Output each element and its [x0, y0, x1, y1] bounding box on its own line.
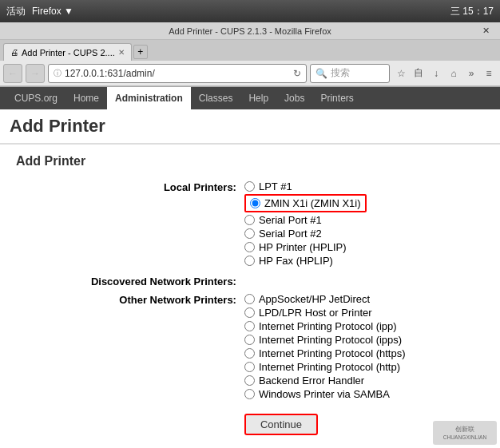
radio-https-label: Internet Printing Protocol (https): [259, 347, 406, 359]
back-button[interactable]: ←: [3, 64, 22, 83]
taskbar-time: 三 15：17: [450, 5, 494, 18]
radio-https[interactable]: Internet Printing Protocol (https): [244, 347, 484, 360]
radio-hpfax-label: HP Fax (HPLIP): [259, 255, 333, 267]
radio-lpd-label: LPD/LPR Host or Printer: [259, 307, 372, 319]
menu-icon[interactable]: ≡: [481, 64, 497, 83]
radio-serial2-label: Serial Port #2: [259, 228, 322, 240]
radio-ipp-label: Internet Printing Protocol (ipp): [259, 320, 397, 332]
cups-navigation: CUPS.org Home Administration Classes Hel…: [0, 87, 500, 109]
local-printers-label: Local Printers:: [16, 180, 244, 272]
radio-ipp-input[interactable]: [244, 321, 255, 331]
url-text: 127.0.0.1:631/admin/: [65, 68, 290, 79]
add-printer-form: Local Printers: LPT #1 ZMIN X1i (ZMIN X1…: [16, 180, 484, 435]
radio-ipps-input[interactable]: [244, 335, 255, 345]
radio-appsocket-input[interactable]: [244, 294, 255, 304]
radio-serial1-input[interactable]: [244, 215, 255, 225]
url-lock-icon: ⓘ: [54, 68, 62, 79]
radio-http-label: Internet Printing Protocol (http): [259, 361, 400, 373]
nav-jobs[interactable]: Jobs: [276, 87, 312, 109]
radio-lpd[interactable]: LPD/LPR Host or Printer: [244, 306, 484, 319]
zmin-highlight: ZMIN X1i (ZMIN X1i): [244, 194, 367, 212]
radio-lpt1-label: LPT #1: [259, 180, 292, 192]
browser-nav-icons: ☆ 自 ↓ ⌂ » ≡: [393, 64, 497, 83]
radio-ipp[interactable]: Internet Printing Protocol (ipp): [244, 319, 484, 333]
reader-icon[interactable]: 自: [411, 64, 427, 83]
other-network-options: AppSocket/HP JetDirect LPD/LPR Host or P…: [244, 292, 484, 406]
radio-http[interactable]: Internet Printing Protocol (http): [244, 360, 484, 374]
nav-help[interactable]: Help: [240, 87, 276, 109]
window-close-button[interactable]: ✕: [482, 26, 494, 37]
tab-label: Add Printer - CUPS 2....: [22, 48, 115, 57]
radio-lpt1[interactable]: LPT #1: [244, 180, 484, 193]
radio-backend[interactable]: Backend Error Handler: [244, 374, 484, 387]
radio-hpfax[interactable]: HP Fax (HPLIP): [244, 254, 484, 268]
radio-appsocket-label: AppSocket/HP JetDirect: [259, 293, 370, 305]
watermark-text: 创新联CHUANGXINLIAN: [443, 425, 487, 441]
radio-hplip[interactable]: HP Printer (HPLIP): [244, 240, 484, 254]
discovered-label: Discovered Network Printers:: [16, 272, 244, 292]
radio-hpfax-input[interactable]: [244, 256, 255, 266]
browser-tabs: 🖨 Add Printer - CUPS 2.... ✕ +: [0, 40, 500, 61]
continue-button[interactable]: Continue: [244, 414, 318, 435]
local-printers-options: LPT #1 ZMIN X1i (ZMIN X1i) Serial Port #…: [244, 180, 484, 272]
radio-zmin-label: ZMIN X1i (ZMIN X1i): [264, 197, 361, 209]
browser-chrome: Add Printer - CUPS 2.1.3 - Mozilla Firef…: [0, 22, 500, 87]
search-icon: 🔍: [315, 68, 327, 79]
radio-ipps-label: Internet Printing Protocol (ipps): [259, 334, 402, 346]
nav-administration[interactable]: Administration: [107, 87, 191, 109]
search-placeholder: 搜索: [331, 66, 350, 80]
taskbar-activities[interactable]: 活动: [6, 5, 26, 18]
radio-serial1-label: Serial Port #1: [259, 214, 322, 226]
radio-hplip-label: HP Printer (HPLIP): [259, 241, 347, 253]
radio-serial1[interactable]: Serial Port #1: [244, 213, 484, 227]
taskbar: 活动 Firefox ▼ 三 15：17: [0, 0, 500, 22]
radio-http-input[interactable]: [244, 362, 255, 372]
radio-lpt1-input[interactable]: [244, 181, 255, 192]
main-content: Add Printer Local Printers: LPT #1 ZMI: [0, 145, 500, 448]
forward-button[interactable]: →: [26, 64, 45, 83]
local-printers-row: Local Printers: LPT #1 ZMIN X1i (ZMIN X1…: [16, 180, 484, 272]
radio-serial2[interactable]: Serial Port #2: [244, 227, 484, 240]
continue-row: Continue: [16, 406, 484, 435]
radio-appsocket[interactable]: AppSocket/HP JetDirect: [244, 292, 484, 306]
search-bar[interactable]: 🔍 搜索: [310, 64, 390, 83]
browser-tab-active[interactable]: 🖨 Add Printer - CUPS 2.... ✕: [3, 43, 132, 61]
page-title: Add Printer: [10, 116, 490, 137]
taskbar-firefox-btn[interactable]: Firefox ▼: [32, 6, 73, 17]
radio-zmin[interactable]: ZMIN X1i (ZMIN X1i): [244, 193, 484, 213]
refresh-icon[interactable]: ↻: [293, 68, 301, 79]
overflow-icon[interactable]: »: [463, 64, 479, 83]
radio-zmin-input[interactable]: [250, 198, 260, 208]
other-network-row: Other Network Printers: AppSocket/HP Jet…: [16, 292, 484, 406]
browser-navbar: ← → ⓘ 127.0.0.1:631/admin/ ↻ 🔍 搜索 ☆ 自 ↓ …: [0, 61, 500, 86]
section-title: Add Printer: [16, 154, 484, 168]
radio-lpd-input[interactable]: [244, 307, 255, 318]
nav-cups-org[interactable]: CUPS.org: [6, 87, 65, 109]
radio-samba-label: Windows Printer via SAMBA: [259, 388, 390, 400]
discovered-printers-row: Discovered Network Printers:: [16, 272, 484, 292]
radio-serial2-input[interactable]: [244, 228, 255, 239]
radio-ipps[interactable]: Internet Printing Protocol (ipps): [244, 333, 484, 347]
download-icon[interactable]: ↓: [428, 64, 444, 83]
page-header: Add Printer: [0, 109, 500, 145]
tab-favicon: 🖨: [10, 48, 18, 57]
radio-https-input[interactable]: [244, 348, 255, 359]
radio-samba[interactable]: Windows Printer via SAMBA: [244, 387, 484, 401]
radio-backend-input[interactable]: [244, 375, 255, 386]
url-bar[interactable]: ⓘ 127.0.0.1:631/admin/ ↻: [48, 64, 307, 83]
bookmark-icon[interactable]: ☆: [393, 64, 409, 83]
home-icon[interactable]: ⌂: [446, 64, 462, 83]
nav-home[interactable]: Home: [65, 87, 107, 109]
radio-hplip-input[interactable]: [244, 242, 255, 252]
nav-classes[interactable]: Classes: [191, 87, 241, 109]
other-network-label: Other Network Printers:: [16, 292, 244, 406]
new-tab-button[interactable]: +: [133, 45, 148, 59]
watermark: 创新联CHUANGXINLIAN: [433, 421, 497, 445]
radio-backend-label: Backend Error Handler: [259, 375, 364, 387]
browser-title: Add Printer - CUPS 2.1.3 - Mozilla Firef…: [18, 26, 482, 36]
radio-samba-input[interactable]: [244, 389, 255, 399]
nav-printers[interactable]: Printers: [312, 87, 361, 109]
browser-titlebar: Add Printer - CUPS 2.1.3 - Mozilla Firef…: [0, 22, 500, 40]
tab-close-button[interactable]: ✕: [118, 48, 125, 57]
